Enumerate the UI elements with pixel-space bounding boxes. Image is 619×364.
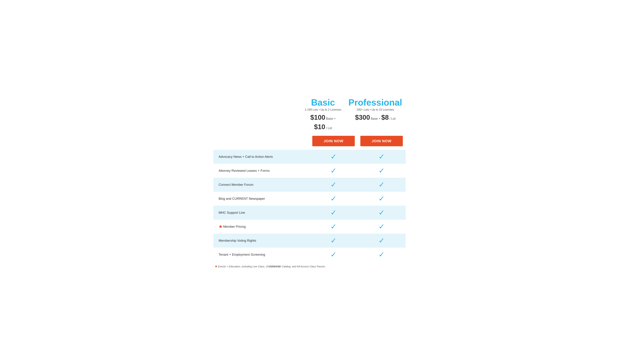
feature-label-voting: Membership Voting Rights (213, 234, 310, 248)
professional-price-per-label: / Lot (390, 117, 395, 120)
professional-join-cell: JOIN NOW (358, 134, 406, 148)
feature-label-advocacy: Advocacy News + Call to Action Alerts (213, 150, 310, 164)
feature-text-voting: Membership Voting Rights (219, 239, 256, 243)
feature-check-professional-support: ✓ (358, 206, 406, 220)
features-section: Advocacy News + Call to Action Alerts ✓ … (213, 150, 406, 262)
checkmark-professional-support: ✓ (379, 209, 385, 216)
checkmark-basic-screening: ✓ (330, 251, 337, 258)
feature-check-basic-blog: ✓ (310, 192, 358, 206)
professional-plan-header: Professional 200+ Lots • Up to 10 Licens… (345, 96, 406, 134)
feature-check-professional-forum: ✓ (358, 178, 406, 192)
feature-row-support: MHC Support Line ✓ ✓ (213, 206, 406, 220)
basic-price-base: $100 (310, 113, 325, 121)
checkmark-basic-forum: ✓ (330, 181, 337, 188)
feature-check-basic-voting: ✓ (310, 234, 358, 248)
feature-row-leases: Attorney Reviewed Leases + Forms ✓ ✓ (213, 164, 406, 178)
checkmark-professional-advocacy: ✓ (379, 153, 385, 160)
checkmark-professional-blog: ✓ (379, 195, 385, 202)
pricing-table: Basic 1-199 Lots • Up to 2 Licenses $100… (213, 96, 406, 268)
checkmark-basic-blog: ✓ (330, 195, 337, 202)
feature-check-professional-voting: ✓ (358, 234, 406, 248)
feature-row-pricing: ★ Member Pricing ✓ ✓ (213, 220, 406, 234)
buttons-empty-cell (213, 134, 310, 148)
professional-price-base: $300 (355, 113, 370, 121)
checkmark-professional-voting: ✓ (379, 237, 385, 244)
feature-row-forum: Connect Member Forum ✓ ✓ (213, 178, 406, 192)
feature-check-professional-leases: ✓ (358, 164, 406, 178)
feature-label-pricing: ★ Member Pricing (213, 220, 310, 234)
checkmark-basic-pricing: ✓ (330, 223, 337, 230)
basic-price-base-label: Base + (326, 117, 336, 120)
checkmark-basic-leases: ✓ (330, 167, 337, 174)
checkmark-basic-advocacy: ✓ (330, 153, 337, 160)
feature-check-basic-leases: ✓ (310, 164, 358, 178)
feature-check-basic-support: ✓ (310, 206, 358, 220)
checkmark-basic-voting: ✓ (330, 237, 337, 244)
feature-row-voting: Membership Voting Rights ✓ ✓ (213, 234, 406, 248)
feature-row-blog: Blog and CURRENT Newspaper ✓ ✓ (213, 192, 406, 206)
checkmark-professional-pricing: ✓ (379, 223, 385, 230)
feature-text-advocacy: Advocacy News + Call to Action Alerts (219, 155, 273, 159)
checkmark-basic-support: ✓ (330, 209, 337, 216)
feature-text-blog: Blog and CURRENT Newspaper (219, 197, 265, 201)
professional-plan-price: $300 Base + $8 / Lot (349, 113, 402, 122)
professional-plan-subtitle: 200+ Lots • Up to 10 Licenses (349, 108, 402, 111)
basic-plan-subtitle: 1-199 Lots • Up to 2 Licenses (305, 108, 341, 111)
feature-check-basic-forum: ✓ (310, 178, 358, 192)
feature-text-support: MHC Support Line (219, 211, 245, 215)
basic-plan-header: Basic 1-199 Lots • Up to 2 Licenses $100… (301, 96, 345, 134)
star-icon-pricing: ★ (219, 224, 223, 229)
feature-check-basic-advocacy: ✓ (310, 150, 358, 164)
checkmark-professional-leases: ✓ (379, 167, 385, 174)
feature-label-blog: Blog and CURRENT Newspaper (213, 192, 310, 206)
feature-check-professional-pricing: ✓ (358, 220, 406, 234)
footer-note-text: Events + Education, including Live Class… (218, 265, 325, 268)
feature-check-basic-screening: ✓ (310, 248, 358, 262)
professional-join-button[interactable]: JOIN NOW (360, 136, 403, 146)
basic-price-per: $10 (314, 123, 325, 130)
basic-plan-price: $100 Base + $10 / Lot (305, 113, 341, 132)
feature-label-forum: Connect Member Forum (213, 178, 310, 192)
footer-star-icon: ★ (215, 265, 217, 268)
header-row: Basic 1-199 Lots • Up to 2 Licenses $100… (213, 96, 406, 134)
feature-text-leases: Attorney Reviewed Leases + Forms (219, 169, 270, 173)
professional-price-per: $8 (381, 113, 389, 121)
checkmark-professional-screening: ✓ (379, 251, 385, 258)
feature-check-basic-pricing: ✓ (310, 220, 358, 234)
buttons-row: JOIN NOW JOIN NOW (213, 134, 406, 148)
header-empty-cell (213, 96, 301, 134)
basic-plan-title: Basic (305, 98, 341, 108)
feature-check-professional-blog: ✓ (358, 192, 406, 206)
professional-plan-title: Professional (349, 98, 402, 108)
professional-price-base-label: Base + (371, 117, 381, 120)
feature-label-screening: Tenant + Employment Screening (213, 248, 310, 262)
feature-label-support: MHC Support Line (213, 206, 310, 220)
feature-text-forum: Connect Member Forum (219, 183, 253, 187)
feature-row-screening: Tenant + Employment Screening ✓ ✓ (213, 248, 406, 262)
basic-price-per-label: / Lot (326, 126, 332, 130)
feature-label-leases: Attorney Reviewed Leases + Forms (213, 164, 310, 178)
feature-check-professional-advocacy: ✓ (358, 150, 406, 164)
feature-text-screening: Tenant + Employment Screening (219, 253, 265, 256)
footer-note: ★ Events + Education, including Live Cla… (213, 265, 406, 268)
checkmark-professional-forum: ✓ (379, 181, 385, 188)
basic-join-button[interactable]: JOIN NOW (312, 136, 355, 146)
feature-text-pricing: Member Pricing (223, 225, 246, 229)
feature-check-professional-screening: ✓ (358, 248, 406, 262)
feature-row-advocacy: Advocacy News + Call to Action Alerts ✓ … (213, 150, 406, 164)
basic-join-cell: JOIN NOW (310, 134, 358, 148)
